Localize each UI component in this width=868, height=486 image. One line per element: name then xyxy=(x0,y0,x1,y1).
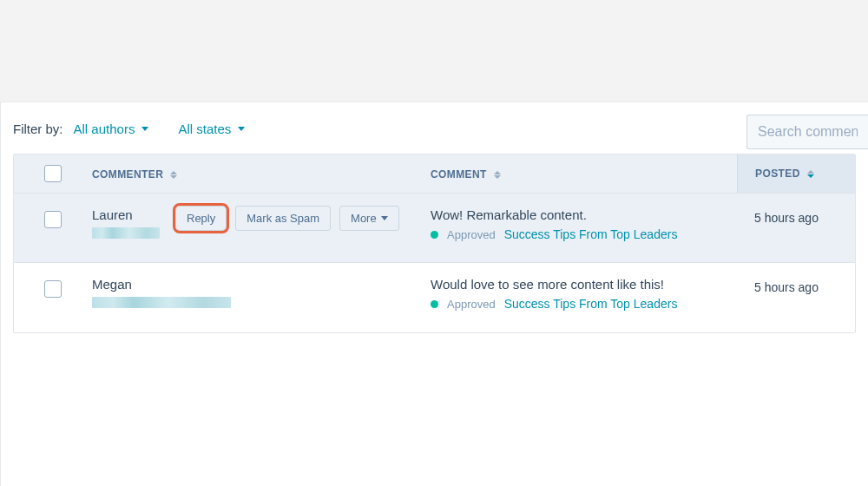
table-row[interactable]: Megan Would love to see more content lik… xyxy=(14,263,855,332)
filter-bar: Filter by: All authors All states xyxy=(1,102,868,154)
status-badge: Approved xyxy=(447,298,496,311)
redacted-email xyxy=(92,227,160,239)
sort-icon xyxy=(170,171,177,179)
status-badge: Approved xyxy=(447,228,496,241)
posted-cell: 5 hours ago xyxy=(737,207,855,225)
row-actions: Reply Mark as Spam More xyxy=(175,206,399,231)
comment-text: Wow! Remarkable content. xyxy=(431,207,737,222)
search-input[interactable] xyxy=(746,115,868,149)
column-comment-label: COMMENT xyxy=(431,168,487,181)
chevron-down-icon xyxy=(238,127,245,131)
column-commenter[interactable]: COMMENTER xyxy=(92,168,177,181)
comments-table: COMMENTER COMMENT POSTED xyxy=(13,154,856,333)
comment-text: Would love to see more content like this… xyxy=(431,277,737,292)
comment-cell: Wow! Remarkable content. Approved Succes… xyxy=(431,207,737,241)
table-row[interactable]: Lauren Reply Mark as Spam More Wow! Rema… xyxy=(14,194,855,263)
filter-by-label: Filter by: xyxy=(13,122,63,136)
commenter-cell: Megan xyxy=(92,277,231,308)
sort-icon xyxy=(494,171,501,179)
more-button[interactable]: More xyxy=(339,206,399,231)
comments-panel: Filter by: All authors All states COMMEN… xyxy=(0,102,868,486)
status-dot-icon xyxy=(431,231,438,239)
status-dot-icon xyxy=(431,300,438,308)
column-posted[interactable]: POSTED xyxy=(755,167,814,180)
filter-states-dropdown[interactable]: All states xyxy=(178,122,245,136)
table-header: COMMENTER COMMENT POSTED xyxy=(14,154,855,194)
row-checkbox[interactable] xyxy=(44,211,62,228)
column-commenter-label: COMMENTER xyxy=(92,168,163,181)
filter-authors-dropdown[interactable]: All authors xyxy=(74,122,149,136)
redacted-email xyxy=(92,297,231,308)
commenter-name: Lauren xyxy=(92,207,160,222)
column-comment[interactable]: COMMENT xyxy=(431,168,501,181)
column-posted-label: POSTED xyxy=(755,167,800,180)
comment-cell: Would love to see more content like this… xyxy=(431,277,737,311)
select-all-checkbox[interactable] xyxy=(44,165,62,182)
mark-spam-button[interactable]: Mark as Spam xyxy=(235,206,331,231)
filter-authors-label: All authors xyxy=(74,122,135,136)
sort-icon xyxy=(807,170,814,178)
commenter-name: Megan xyxy=(92,277,231,292)
post-link[interactable]: Success Tips From Top Leaders xyxy=(504,227,678,241)
chevron-down-icon xyxy=(381,216,388,220)
post-link[interactable]: Success Tips From Top Leaders xyxy=(504,297,678,311)
posted-cell: 5 hours ago xyxy=(737,277,855,294)
reply-button[interactable]: Reply xyxy=(175,206,227,231)
filter-states-label: All states xyxy=(178,122,231,136)
row-checkbox[interactable] xyxy=(44,280,62,298)
commenter-cell: Lauren xyxy=(92,207,160,239)
more-label: More xyxy=(351,212,377,225)
chevron-down-icon xyxy=(141,127,148,131)
